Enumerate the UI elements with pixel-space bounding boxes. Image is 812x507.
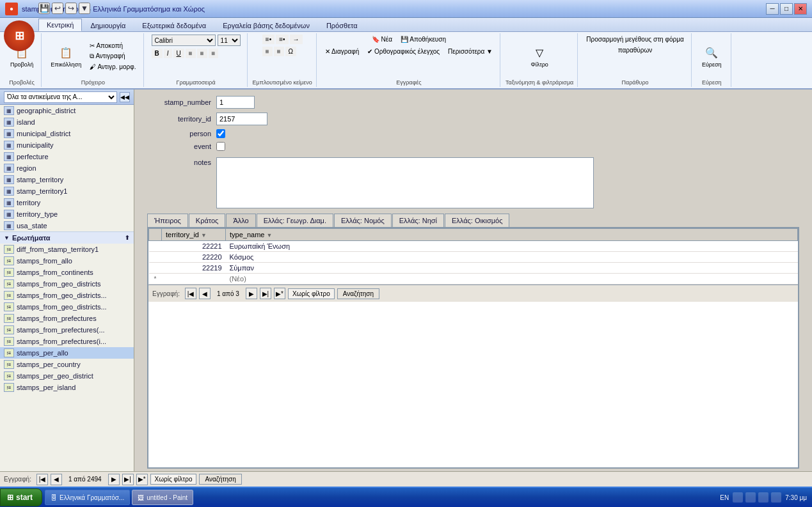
new-record-btn[interactable]: 🔖 Νέα (369, 35, 395, 44)
paste-button[interactable]: 📋 Επικόλληση (47, 42, 85, 70)
minimize-button[interactable]: ─ (766, 3, 779, 15)
tab-central[interactable]: Κεντρική (38, 19, 82, 31)
main-nav-search[interactable]: Αναζήτηση (199, 474, 241, 485)
more-records-btn[interactable]: Περισσότερα ▼ (445, 47, 496, 56)
sidebar-query-prefectures[interactable]: !≡ stamps_from_prefectures (0, 313, 134, 324)
font-size-select[interactable]: 11 (218, 35, 241, 46)
taskbar-app-paint[interactable]: 🖼 untitled - Paint (132, 490, 193, 505)
bold-button[interactable]: B (152, 49, 163, 58)
list-btn-4[interactable]: ≡ (274, 47, 284, 56)
territory-id-input[interactable] (216, 113, 267, 125)
tab-kratos[interactable]: Κράτος (189, 214, 226, 227)
align-right-button[interactable]: ≡ (209, 49, 219, 58)
quick-access-arrow[interactable]: ▼ (79, 3, 90, 14)
indent-btn[interactable]: → (290, 35, 303, 44)
event-checkbox[interactable] (216, 142, 225, 151)
table-row[interactable]: 22221 Ευρωπαϊκή Ένωση (149, 241, 798, 252)
sidebar-query-prefectures3[interactable]: !≡ stamps_from_prefectures(i... (0, 336, 134, 347)
sidebar-query-per-country[interactable]: !≡ stamps_per_country (0, 359, 134, 370)
sidebar-collapse-btn[interactable]: ◀◀ (120, 92, 130, 102)
sidebar-item-municipal-district[interactable]: ▦ municipal_district (0, 128, 134, 139)
sub-nav-next[interactable]: ▶ (246, 288, 257, 299)
tab-allo[interactable]: Άλλο (226, 214, 255, 227)
sub-nav-prev[interactable]: ◀ (199, 288, 211, 299)
sidebar-filter-select[interactable]: Όλα τα αντικείμενα της Α... (4, 91, 117, 103)
tab-oikismos[interactable]: Ελλάς: Οικισμός (445, 214, 509, 227)
special-btn[interactable]: Ω (285, 47, 296, 56)
sidebar-item-stamp-territory[interactable]: ▦ stamp_territory (0, 174, 134, 185)
list-btn-3[interactable]: ≡ (262, 47, 273, 56)
sub-nav-search[interactable]: Αναζήτηση (337, 288, 379, 299)
underline-button[interactable]: U (173, 49, 184, 58)
col-type-name-header[interactable]: type_name ▼ (226, 229, 798, 241)
italic-button[interactable]: I (164, 49, 172, 58)
tab-tools[interactable]: Εργαλεία βάσης δεδομένων (214, 19, 318, 31)
sidebar-item-municipality[interactable]: ▦ municipality (0, 139, 134, 151)
close-button[interactable]: ✕ (794, 3, 807, 15)
sidebar-query-diff[interactable]: !≡ diff_from_stamp_territory1 (0, 244, 134, 255)
sidebar-query-geo-districts[interactable]: !≡ stamps_from_geo_districts (0, 278, 134, 290)
sidebar-query-stamps-allo[interactable]: !≡ stamps_from_allo (0, 255, 134, 267)
sub-nav-first[interactable]: |◀ (185, 288, 196, 299)
filter-button[interactable]: ▽ Φίλτρο (527, 42, 552, 70)
sidebar-item-region[interactable]: ▦ region (0, 162, 134, 174)
delete-record-btn[interactable]: ✕ Διαγραφή (322, 47, 362, 56)
sidebar-item-geographic-district[interactable]: ▦ geographic_district (0, 105, 134, 116)
font-family-select[interactable]: Calibri (152, 35, 216, 46)
taskbar-app-access[interactable]: 🗄 Ελληνικά Γραμματόσ... (45, 490, 130, 505)
main-nav-new[interactable]: ▶* (136, 474, 148, 485)
sidebar-item-usa-state[interactable]: ▦ usa_state (0, 220, 134, 231)
sub-nav-last[interactable]: ▶| (260, 288, 271, 299)
col-territory-id-header[interactable]: territory_id ▼ (162, 229, 226, 241)
find-button[interactable]: 🔍 Εύρεση (698, 42, 726, 70)
tab-nomos[interactable]: Ελλάς: Νομός (334, 214, 392, 227)
start-button[interactable]: ⊞ start (0, 488, 42, 506)
tab-nisi[interactable]: Ελλάς: Νησί (392, 214, 444, 227)
copy-button[interactable]: ⧉ Αντιγραφή (86, 51, 139, 61)
person-checkbox[interactable] (216, 129, 225, 138)
notes-textarea[interactable] (216, 157, 594, 208)
tab-ipeiros[interactable]: Ήπειρος (147, 214, 188, 227)
tab-geo-diam[interactable]: Ελλάς: Γεωγρ. Διαμ. (257, 214, 333, 227)
sidebar-query-stamps-per-allo[interactable]: !≡ stamps_per_allo (0, 347, 134, 359)
table-row[interactable]: 22219 Σύμπαν (149, 263, 798, 274)
sidebar-query-per-geo[interactable]: !≡ stamps_per_geo_district (0, 370, 134, 382)
format-paint-button[interactable]: 🖌 Αντιγρ. μορφ. (86, 62, 139, 72)
save-record-btn[interactable]: 💾 Αποθήκευση (397, 35, 449, 44)
sidebar-item-stamp-territory1[interactable]: ▦ stamp_territory1 (0, 185, 134, 197)
cut-button[interactable]: ✂ Αποκοπή (86, 41, 139, 51)
office-button[interactable]: ⊞ (4, 20, 35, 51)
redo-btn[interactable]: ↪ (65, 3, 77, 14)
list-btn-2[interactable]: ≡• (276, 35, 288, 44)
tab-external[interactable]: Εξωτερικά δεδομένα (134, 19, 214, 31)
sidebar-item-perfecture[interactable]: ▦ perfecture (0, 151, 134, 162)
sidebar-query-prefectures2[interactable]: !≡ stamps_from_prefectures(... (0, 324, 134, 336)
table-new-row[interactable]: * (Νέο) (149, 274, 798, 285)
undo-btn[interactable]: ↩ (52, 3, 63, 14)
main-nav-first[interactable]: |◀ (36, 474, 48, 485)
spell-check-btn[interactable]: ✔ Ορθογραφικός έλεγχος (364, 47, 443, 56)
sidebar-query-per-island[interactable]: !≡ stamps_per_island (0, 382, 134, 393)
sidebar-item-island[interactable]: ▦ island (0, 116, 134, 128)
sidebar-query-continents[interactable]: !≡ stamps_from_continents (0, 267, 134, 278)
table-row[interactable]: 22220 Κόσμος (149, 252, 798, 263)
save-quick-btn[interactable]: 💾 (38, 3, 50, 14)
align-center-button[interactable]: ≡ (197, 49, 207, 58)
maximize-button[interactable]: □ (780, 3, 793, 15)
sub-nav-new[interactable]: ▶* (274, 288, 285, 299)
align-left-button[interactable]: ≡ (186, 49, 196, 58)
tab-addons[interactable]: Πρόσθετα (318, 19, 366, 31)
main-nav-next[interactable]: ▶ (108, 474, 120, 485)
resize-form-btn[interactable]: Προσαρμογή μεγέθους στη φόρμα (583, 35, 687, 44)
windows-btn[interactable]: παραθύρων (615, 45, 656, 55)
list-btn-1[interactable]: ≡• (262, 35, 275, 44)
tab-create[interactable]: Δημιουργία (82, 19, 134, 31)
sidebar-query-geo-districts3[interactable]: !≡ stamps_from_geo_districts... (0, 301, 134, 313)
sidebar-item-territory-type[interactable]: ▦ territory_type (0, 208, 134, 220)
sidebar-item-territory[interactable]: ▦ territory (0, 197, 134, 208)
main-nav-last[interactable]: ▶| (122, 474, 134, 485)
queries-section-header[interactable]: ▼ Ερωτήματα ⬆ (0, 231, 134, 244)
stamp-number-input[interactable] (216, 96, 255, 109)
sidebar-query-geo-districts2[interactable]: !≡ stamps_from_geo_districts... (0, 290, 134, 301)
main-nav-prev[interactable]: ◀ (51, 474, 62, 485)
